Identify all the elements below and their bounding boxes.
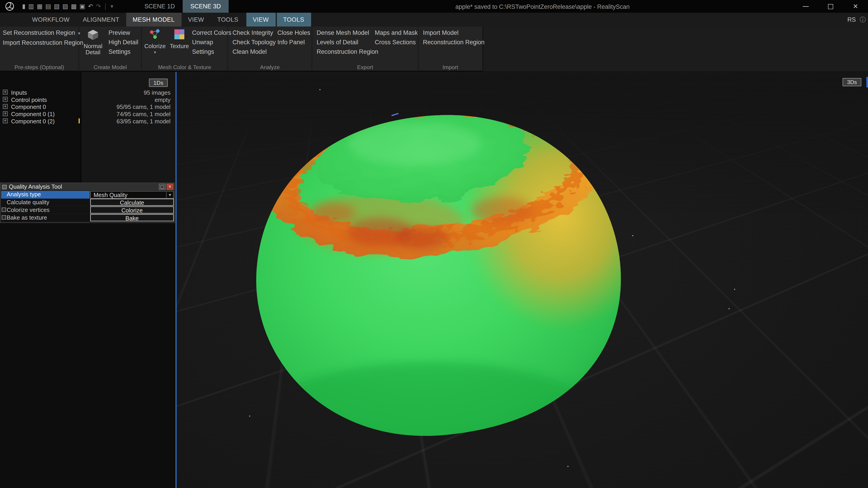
tab-tools[interactable]: TOOLS [211,13,245,26]
qa-row-bake-as-texture: Bake as texture Bake [0,214,174,221]
group-label-pre-steps: Pre-steps (Optional) [0,64,79,70]
expand-icon[interactable]: + [3,97,8,102]
undo-icon[interactable]: ↶ [88,0,93,13]
check-topology-button[interactable]: Check Topology [230,38,278,46]
customize-toolbar-icon[interactable]: ▾ [110,0,114,13]
row-expander-icon[interactable] [2,207,6,212]
quality-tool-titlebar[interactable]: Quality Analysis Tool □ × [0,183,174,191]
high-detail-button[interactable]: High Detail [106,38,141,46]
titlebar: ▮ ▥ ▦ ▤ ▧ ▨ ▩ ▣ ↶ ↷ ▾ SCENE 1D SCENE 3D … [0,0,868,13]
group-label-import: Import [418,64,482,70]
dropdown-caret-icon[interactable]: ▾ [166,192,174,198]
row-expander-icon[interactable] [2,215,6,220]
layout-single-icon[interactable]: ▮ [22,0,26,13]
tab-workflow[interactable]: WORKFLOW [26,13,76,26]
import-model-button[interactable]: Import Model [420,29,487,37]
layout-columns-icon[interactable]: ▥ [28,0,34,13]
create-settings-button[interactable]: Settings [106,48,141,56]
expand-icon[interactable]: + [3,111,8,116]
ribbon-group-mesh-color-texture: Colorize ▾ Texture Correct Colors Unwrap [142,27,228,71]
tree-row-component-0[interactable]: + Component 0 95/95 cams, 1 model [0,103,176,110]
window-title: apple* saved to C:\RSTwoPointZeroRelease… [365,3,719,9]
expand-icon[interactable]: + [3,104,8,109]
clean-model-button[interactable]: Clean Model [230,48,278,56]
point-marker [632,235,633,236]
ribbon-group-pre-steps: Set Reconstruction Region▾ Import Recons… [0,27,79,71]
import-reconstruction-region-button[interactable]: Import Reconstruction Region [0,39,86,47]
export-levels-of-detail-button[interactable]: Levels of Detail [314,38,381,46]
ribbon-group-create-model: Normal Detail Preview High Detail Settin… [79,27,142,71]
viewport-3d[interactable]: 3Ds [176,72,868,488]
correct-colors-button[interactable]: Correct Colors [189,29,234,37]
texture-button[interactable]: Texture [167,29,192,49]
tab-tools-context[interactable]: TOOLS [276,13,311,26]
export-reconstruction-region-button[interactable]: Reconstruction Region [314,48,381,56]
edit-caret [79,119,80,123]
tab-scene-1d[interactable]: SCENE 1D [137,0,183,13]
layout-rows-icon[interactable]: ▤ [45,0,51,13]
ribbon-group-analyze: Check Integrity Check Topology Clean Mod… [228,27,312,71]
tree-row-inputs[interactable]: + Inputs 95 images [0,89,176,96]
analysis-type-dropdown[interactable]: Mesh Quality ▾ [90,191,174,199]
export-dense-mesh-button[interactable]: Dense Mesh Model [314,29,381,37]
layout-grid-icon[interactable]: ▦ [37,0,42,13]
panel-badge-1ds[interactable]: 1Ds [149,78,168,87]
group-label-create-model: Create Model [79,64,141,70]
tree-row-control-points[interactable]: + Control points empty [0,96,176,103]
colorize-vertices-button[interactable]: Colorize [90,206,174,214]
set-reconstruction-region-button[interactable]: Set Reconstruction Region▾ [0,29,86,37]
toolbar-separator [105,3,106,9]
panel-badge-3ds[interactable]: 3Ds [843,78,862,86]
point-marker [734,289,735,290]
texture-checker-icon [174,29,185,42]
calculate-button[interactable]: Calculate [90,199,174,206]
scene-1d-panel: 1Ds + Inputs 95 images + Control points … [0,72,176,488]
user-badge[interactable]: RS [847,13,856,26]
group-label-analyze: Analyze [228,64,312,70]
tab-view-context[interactable]: VIEW [246,13,276,26]
tab-scene-3d[interactable]: SCENE 3D [183,0,228,13]
tree-row-component-0-2[interactable]: + Component 0 (2) 63/95 cams, 1 model [0,117,176,125]
preview-button[interactable]: Preview [106,29,141,37]
colorize-nodes-icon [148,29,162,42]
cross-sections-button[interactable]: Cross Sections [372,38,421,46]
unwrap-button[interactable]: Unwrap [189,38,234,46]
maps-and-mask-button[interactable]: Maps and Mask [372,29,421,37]
redo-icon[interactable]: ↷ [96,0,101,13]
window-controls: — □ × [793,0,868,13]
tab-alignment[interactable]: ALIGNMENT [76,13,126,26]
scene-tab-strip: SCENE 1D SCENE 3D [137,0,229,13]
expand-icon[interactable]: + [3,119,8,123]
close-button[interactable]: × [843,0,868,13]
realityscan-window: ▮ ▥ ▦ ▤ ▧ ▨ ▩ ▣ ↶ ↷ ▾ SCENE 1D SCENE 3D … [0,0,868,488]
expand-icon[interactable]: + [3,90,8,95]
info-panel-button[interactable]: Info Panel [275,38,313,46]
layout-wide-icon[interactable]: ▣ [79,0,85,13]
close-panel-icon[interactable]: × [166,184,173,190]
calculate-quality-label: Calculate quality [1,199,90,206]
bake-button[interactable]: Bake [90,214,174,221]
check-integrity-button[interactable]: Check Integrity [230,29,278,37]
analysis-type-label: Analysis type [1,191,90,199]
layout-split-right-icon[interactable]: ▨ [62,0,68,13]
bake-as-texture-label: Bake as texture [1,214,90,221]
tab-view[interactable]: VIEW [181,13,211,26]
minimize-button[interactable]: — [793,0,818,13]
quick-access-toolbar: ▮ ▥ ▦ ▤ ▧ ▨ ▩ ▣ ↶ ↷ ▾ [22,0,114,13]
help-icon[interactable]: ⓘ [860,13,866,26]
texture-settings-button[interactable]: Settings [189,48,234,56]
layout-quad-icon[interactable]: ▩ [71,0,76,13]
tree-row-component-0-1[interactable]: + Component 0 (1) 74/95 cams, 1 model [0,110,176,117]
tab-mesh-model[interactable]: MESH MODEL [126,13,181,26]
colorize-button[interactable]: Colorize ▾ [143,29,167,55]
import-reconstruction-region-button-2[interactable]: Reconstruction Region [420,38,487,46]
float-panel-icon[interactable]: □ [159,184,165,190]
maximize-button[interactable]: □ [818,0,843,13]
normal-detail-button[interactable]: Normal Detail [81,29,105,55]
point-marker [249,416,250,417]
close-holes-button[interactable]: Close Holes [275,29,313,37]
apple-mesh-quality-heatmap[interactable] [249,91,631,445]
app-logo-icon[interactable] [0,0,19,13]
panel-icon [2,185,7,189]
layout-split-left-icon[interactable]: ▧ [54,0,59,13]
